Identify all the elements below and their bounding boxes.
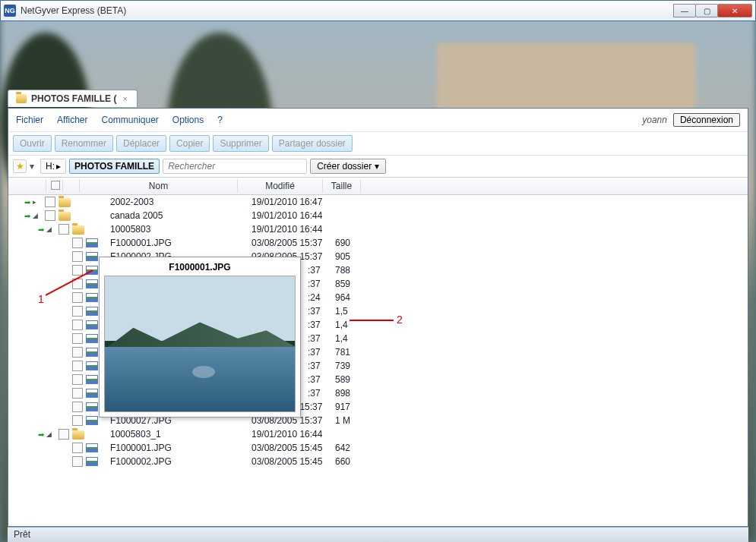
row-checkbox[interactable] — [72, 415, 83, 426]
menu-communiquer[interactable]: Communiquer — [101, 115, 158, 125]
menu-bar: Fichier Afficher Communiquer Options ? y… — [8, 109, 748, 132]
minimize-button[interactable]: — — [673, 4, 696, 17]
row-checkbox[interactable] — [72, 306, 83, 317]
file-size: 964 — [335, 292, 350, 303]
row-checkbox[interactable] — [72, 333, 83, 344]
file-modified-tail: :37 — [308, 374, 321, 385]
image-file-icon — [86, 416, 98, 425]
file-row[interactable]: F1000001.JPG03/08/2005 15:37690 — [8, 236, 748, 250]
folder-row[interactable]: ➡◢10005803_119/01/2010 16:44 — [8, 427, 748, 441]
folder-icon — [72, 430, 84, 440]
row-checkbox[interactable] — [59, 429, 69, 440]
sync-arrow-icon: ➡ — [22, 198, 33, 206]
favorite-button[interactable]: ★ — [13, 159, 27, 173]
title-bar[interactable]: NG NetGyver Express (BETA) — ▢ ✕ — [0, 0, 756, 21]
col-taille[interactable]: Taille — [323, 179, 361, 193]
image-file-icon — [86, 375, 98, 384]
file-size: 1,4 — [335, 320, 348, 330]
file-size: 781 — [335, 347, 350, 358]
expand-toggle[interactable]: ▸ — [33, 198, 42, 206]
expand-toggle[interactable]: ◢ — [46, 430, 55, 438]
row-checkbox[interactable] — [59, 224, 69, 235]
tool-renommer[interactable]: Renommer — [55, 135, 113, 152]
file-modified: 19/01/2010 16:44 — [251, 210, 322, 221]
window-title: NetGyver Express (BETA) — [21, 5, 126, 16]
tool-deplacer[interactable]: Déplacer — [116, 135, 166, 152]
tab-photos-famille[interactable]: PHOTOS FAMILLE ( × — [8, 90, 138, 107]
file-row[interactable]: F1000002.JPG03/08/2005 15:45660 — [8, 455, 748, 468]
tab-close-icon[interactable]: × — [121, 94, 128, 103]
col-modifie[interactable]: Modifié — [238, 179, 323, 193]
current-user: yoann — [642, 115, 667, 125]
row-checkbox[interactable] — [72, 361, 83, 371]
image-file-icon — [86, 389, 98, 398]
row-checkbox[interactable] — [45, 210, 55, 221]
row-checkbox[interactable] — [72, 279, 83, 289]
create-folder-button[interactable]: Créer dossier▾ — [310, 159, 386, 174]
tool-supprimer[interactable]: Supprimer — [213, 135, 268, 152]
folder-row[interactable]: ➡◢1000580319/01/2010 16:44 — [8, 222, 748, 236]
folder-icon — [72, 225, 84, 235]
image-file-icon — [86, 238, 98, 247]
file-modified: 19/01/2010 16:44 — [251, 429, 322, 440]
image-preview-tooltip: F1000001.JPG — [99, 257, 301, 418]
dropdown-icon[interactable]: ▾ — [30, 161, 37, 172]
row-checkbox[interactable] — [72, 347, 83, 358]
row-checkbox[interactable] — [45, 197, 55, 207]
file-modified: 19/01/2010 16:47 — [251, 197, 322, 207]
file-row[interactable]: F1000001.JPG03/08/2005 15:45642 — [8, 441, 748, 455]
row-checkbox[interactable] — [72, 443, 83, 453]
close-button[interactable]: ✕ — [717, 4, 752, 17]
tool-partager[interactable]: Partager dossier — [272, 135, 353, 152]
select-all-checkbox[interactable] — [51, 181, 60, 190]
row-checkbox[interactable] — [72, 320, 83, 330]
row-checkbox[interactable] — [72, 374, 83, 385]
menu-afficher[interactable]: Afficher — [57, 115, 87, 125]
status-text: Prêt — [14, 529, 30, 540]
file-size: 690 — [335, 238, 350, 248]
file-modified-tail: :37 — [308, 333, 321, 344]
file-size: 898 — [335, 388, 350, 399]
menu-help[interactable]: ? — [217, 115, 223, 125]
row-checkbox[interactable] — [72, 388, 83, 399]
file-modified-tail: :37 — [308, 361, 321, 371]
image-file-icon — [86, 252, 98, 261]
folder-icon — [59, 198, 71, 207]
sync-arrow-icon: ➡ — [36, 430, 46, 439]
image-file-icon — [86, 334, 98, 343]
logout-button[interactable]: Déconnexion — [673, 113, 740, 127]
tool-ouvrir[interactable]: Ouvrir — [13, 135, 52, 152]
search-input[interactable] — [163, 159, 307, 174]
col-nom[interactable]: Nom — [80, 179, 238, 193]
image-file-icon — [86, 457, 98, 466]
image-file-icon — [86, 361, 98, 370]
expand-toggle[interactable]: ◢ — [33, 212, 42, 219]
folder-row[interactable]: ➡▸2002-200319/01/2010 16:47 — [8, 195, 748, 209]
folder-row[interactable]: ➡◢canada 200519/01/2010 16:44 — [8, 209, 748, 222]
tool-copier[interactable]: Copier — [169, 135, 210, 152]
image-file-icon — [86, 402, 98, 411]
menu-options[interactable]: Options — [172, 115, 204, 125]
row-checkbox[interactable] — [72, 402, 83, 412]
file-modified: 19/01/2010 16:44 — [251, 224, 322, 235]
action-toolbar: Ouvrir Renommer Déplacer Copier Supprime… — [8, 132, 748, 156]
sync-arrow-icon: ➡ — [22, 212, 33, 220]
image-file-icon — [86, 443, 98, 452]
row-checkbox[interactable] — [72, 265, 83, 276]
maximize-button[interactable]: ▢ — [695, 4, 718, 17]
image-file-icon — [86, 266, 98, 275]
row-checkbox[interactable] — [72, 456, 83, 467]
file-name: F1000001.JPG — [110, 238, 172, 248]
file-name: canada 2005 — [110, 210, 163, 221]
file-size: 917 — [335, 402, 350, 412]
row-checkbox[interactable] — [72, 251, 83, 262]
row-checkbox[interactable] — [72, 238, 83, 248]
breadcrumb-current[interactable]: PHOTOS FAMILLE — [69, 159, 160, 174]
file-size: 859 — [335, 279, 350, 289]
app-icon: NG — [4, 5, 16, 17]
expand-toggle[interactable]: ◢ — [46, 225, 55, 233]
breadcrumb-root[interactable]: H:▸ — [40, 159, 66, 174]
file-modified: 03/08/2005 15:45 — [251, 456, 322, 467]
menu-fichier[interactable]: Fichier — [16, 115, 43, 125]
row-checkbox[interactable] — [72, 292, 83, 303]
